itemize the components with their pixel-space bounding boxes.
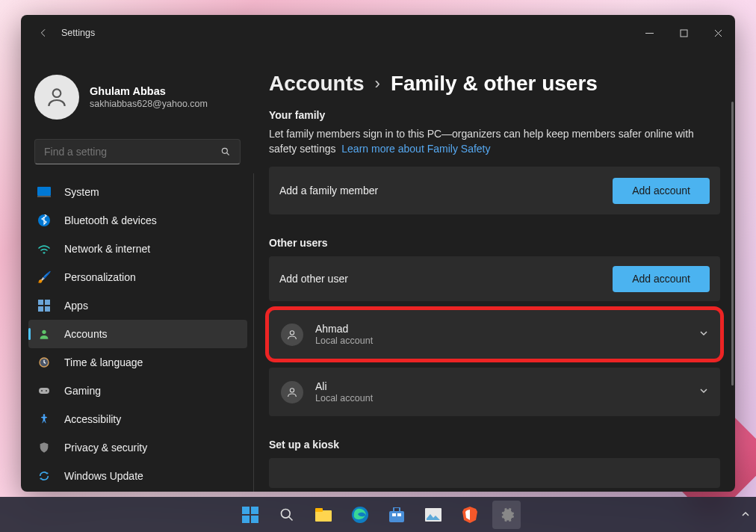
gaming-icon xyxy=(37,384,51,398)
svg-rect-9 xyxy=(38,306,43,312)
titlebar: Settings xyxy=(21,15,735,51)
user-name: Ali xyxy=(315,380,373,392)
sidebar-item-privacy[interactable]: Privacy & security xyxy=(28,433,247,462)
family-safety-link[interactable]: Learn more about Family Safety xyxy=(341,143,490,155)
avatar xyxy=(34,75,79,120)
sidebar-item-label: Bluetooth & devices xyxy=(64,214,157,226)
sidebar-item-label: Apps xyxy=(64,300,88,312)
svg-rect-5 xyxy=(37,196,51,197)
person-icon xyxy=(37,327,51,341)
sidebar-item-update[interactable]: Windows Update xyxy=(28,462,247,490)
add-other-user-card: Add other user Add account xyxy=(269,256,720,301)
svg-rect-25 xyxy=(315,508,323,512)
svg-rect-22 xyxy=(251,516,258,523)
shield-icon xyxy=(37,441,51,454)
family-section-desc: Let family members sign in to this PC—or… xyxy=(269,127,720,156)
svg-point-3 xyxy=(222,148,227,153)
taskbar xyxy=(0,497,756,532)
edge-icon[interactable] xyxy=(346,501,374,529)
tray-chevron-icon[interactable] xyxy=(741,508,750,522)
kiosk-card[interactable] xyxy=(269,458,720,488)
svg-rect-0 xyxy=(645,33,654,34)
scrollbar[interactable] xyxy=(731,102,734,386)
breadcrumb-current: Family & other users xyxy=(391,72,598,96)
svg-rect-30 xyxy=(397,513,401,516)
svg-point-17 xyxy=(290,330,294,334)
sidebar-item-label: Accounts xyxy=(64,328,108,340)
sidebar-item-system[interactable]: System xyxy=(28,178,247,206)
sidebar-item-apps[interactable]: Apps xyxy=(28,291,247,320)
svg-point-23 xyxy=(281,509,290,518)
content-area: Accounts › Family & other users Your fam… xyxy=(254,51,735,492)
sidebar: Ghulam Abbas sakhiabbas628@yahoo.com Sys… xyxy=(21,51,254,492)
search-icon xyxy=(220,146,231,157)
add-other-account-button[interactable]: Add account xyxy=(613,266,710,292)
sidebar-item-label: Accessibility xyxy=(64,413,121,425)
sidebar-item-personalization[interactable]: 🖌️ Personalization xyxy=(28,263,247,291)
file-explorer-icon[interactable] xyxy=(309,501,338,529)
svg-point-2 xyxy=(53,89,61,97)
user-type: Local account xyxy=(315,393,373,403)
accessibility-icon xyxy=(37,412,51,426)
taskbar-search-icon[interactable] xyxy=(273,501,301,529)
sidebar-item-label: Time & language xyxy=(64,356,143,368)
person-icon xyxy=(281,324,303,346)
add-other-label: Add other user xyxy=(279,273,348,285)
search-box[interactable] xyxy=(34,139,241,164)
family-section-title: Your family xyxy=(269,109,720,121)
profile-block[interactable]: Ghulam Abbas sakhiabbas628@yahoo.com xyxy=(21,60,254,132)
sidebar-item-label: Personalization xyxy=(64,271,136,283)
wifi-icon xyxy=(37,242,51,256)
window-title: Settings xyxy=(61,28,95,38)
user-card-ali[interactable]: Ali Local account xyxy=(269,368,720,416)
clock-icon xyxy=(37,356,51,369)
sidebar-item-gaming[interactable]: Gaming xyxy=(28,377,247,405)
photos-icon[interactable] xyxy=(419,501,447,529)
store-icon[interactable] xyxy=(382,501,411,529)
profile-email: sakhiabbas628@yahoo.com xyxy=(90,99,208,109)
add-family-account-button[interactable]: Add account xyxy=(613,178,710,204)
maximize-button[interactable] xyxy=(666,18,701,48)
close-button[interactable] xyxy=(701,18,735,48)
settings-window: Settings Ghulam Abbas sakhiabbas628@yaho… xyxy=(21,15,735,492)
nav-list: System Bluetooth & devices Network & int… xyxy=(21,173,254,492)
svg-point-16 xyxy=(43,414,46,416)
user-name: Ahmad xyxy=(315,323,373,335)
svg-point-14 xyxy=(41,390,43,392)
kiosk-section-title: Set up a kiosk xyxy=(269,439,720,451)
update-icon xyxy=(37,469,51,483)
svg-rect-24 xyxy=(315,510,332,522)
brush-icon: 🖌️ xyxy=(37,270,51,284)
svg-rect-20 xyxy=(251,507,258,514)
svg-rect-21 xyxy=(242,516,250,523)
brave-icon[interactable] xyxy=(456,501,484,529)
other-users-title: Other users xyxy=(269,237,720,249)
apps-icon xyxy=(37,299,51,312)
user-card-ahmad[interactable]: Ahmad Local account xyxy=(269,310,720,359)
sidebar-item-time[interactable]: Time & language xyxy=(28,348,247,377)
bluetooth-icon xyxy=(37,214,51,227)
person-icon xyxy=(281,381,303,403)
svg-rect-19 xyxy=(242,507,250,514)
sidebar-item-bluetooth[interactable]: Bluetooth & devices xyxy=(28,206,247,235)
sidebar-item-network[interactable]: Network & internet xyxy=(28,235,247,263)
sidebar-item-label: Privacy & security xyxy=(64,442,147,454)
sidebar-item-label: Gaming xyxy=(64,385,101,397)
minimize-button[interactable] xyxy=(632,18,666,48)
add-family-label: Add a family member xyxy=(279,185,378,197)
svg-rect-28 xyxy=(394,507,400,512)
sidebar-item-accessibility[interactable]: Accessibility xyxy=(28,405,247,433)
settings-icon[interactable] xyxy=(492,501,521,529)
system-icon xyxy=(37,185,51,199)
back-button[interactable] xyxy=(31,21,55,45)
svg-rect-1 xyxy=(681,30,687,37)
search-input[interactable] xyxy=(44,146,220,158)
svg-rect-4 xyxy=(37,187,51,196)
sidebar-item-accounts[interactable]: Accounts xyxy=(28,320,247,348)
svg-rect-27 xyxy=(389,511,404,522)
sidebar-item-label: Windows Update xyxy=(64,470,143,482)
breadcrumb: Accounts › Family & other users xyxy=(269,72,720,96)
start-button[interactable] xyxy=(236,501,264,529)
chevron-down-icon xyxy=(699,329,708,340)
breadcrumb-parent[interactable]: Accounts xyxy=(269,72,365,96)
